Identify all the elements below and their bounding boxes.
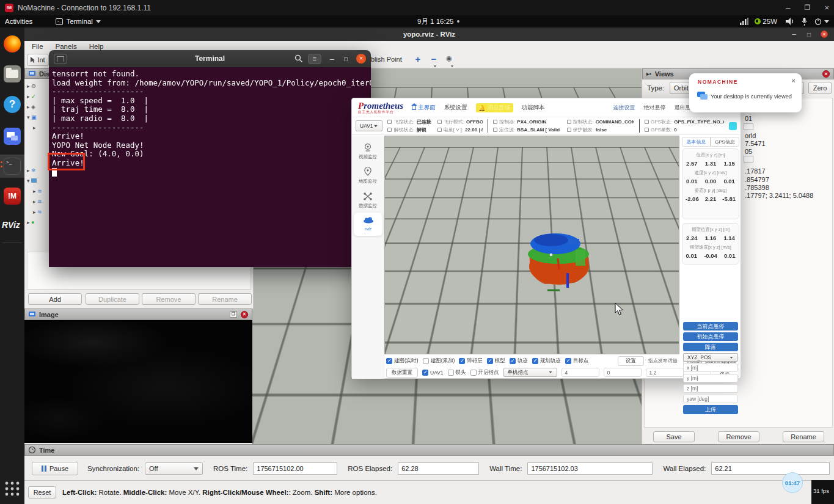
terminal-maximize-button[interactable]: □ bbox=[344, 56, 348, 62]
layer-toggle[interactable]: 规划轨迹 bbox=[532, 357, 561, 365]
volume-icon[interactable] bbox=[786, 18, 794, 25]
tab-basic-info[interactable]: 基本信息 bbox=[682, 137, 711, 147]
clock-badge[interactable]: 01:47 bbox=[782, 472, 803, 493]
window-maximize-button[interactable]: ❐ bbox=[805, 4, 811, 12]
ros-elapsed-value[interactable]: 62.28 bbox=[398, 462, 479, 475]
views-zero-button[interactable]: Zero bbox=[808, 82, 832, 94]
terminal-titlebar[interactable]: Terminal ≡ – □ × bbox=[49, 50, 371, 67]
upload-button[interactable]: 上传 bbox=[683, 405, 738, 414]
rviz-dock-icon[interactable]: RViz bbox=[2, 220, 20, 230]
nav-system-settings[interactable]: 系统设置 bbox=[444, 104, 467, 112]
popup-close-button[interactable]: × bbox=[792, 77, 796, 84]
firefox-icon[interactable] bbox=[4, 35, 21, 53]
x-input-field[interactable] bbox=[687, 365, 734, 371]
pause-button[interactable]: Pause bbox=[32, 462, 78, 475]
views-remove-button[interactable]: Remove bbox=[718, 431, 759, 442]
sync-dropdown[interactable]: Off bbox=[145, 462, 203, 475]
window-minimize-button[interactable]: – bbox=[786, 3, 790, 12]
clock-label[interactable]: 9月 1 16:25 bbox=[417, 17, 453, 26]
sidebar-item-map[interactable]: 地图监控 bbox=[352, 167, 384, 184]
views-fragment-inputbox[interactable] bbox=[744, 123, 753, 130]
goal-x-input[interactable]: 4 bbox=[561, 368, 599, 377]
displays-add-button[interactable]: Add bbox=[28, 293, 82, 305]
zoom-out-tool[interactable]: − bbox=[428, 54, 439, 65]
displays-remove-button[interactable]: Remove bbox=[142, 293, 196, 305]
new-tab-button[interactable] bbox=[54, 54, 67, 64]
publish-point-tool-fragment[interactable]: blish Point bbox=[371, 56, 402, 63]
yaw-input-field[interactable] bbox=[687, 396, 734, 402]
menu-help[interactable]: Help bbox=[89, 43, 104, 50]
menu-file[interactable]: File bbox=[32, 43, 43, 50]
z-input-field[interactable] bbox=[687, 385, 734, 392]
terminal-body[interactable]: tensorrt not found. load weight from: /h… bbox=[49, 67, 371, 267]
z-input[interactable] bbox=[683, 384, 738, 393]
gpu-power-indicator[interactable]: 25W bbox=[755, 18, 777, 25]
yaw-input[interactable] bbox=[683, 395, 738, 403]
terminal-icon[interactable]: >_ bbox=[4, 158, 21, 175]
activities-button[interactable]: Activities bbox=[5, 18, 32, 25]
nav-connect-settings[interactable]: 连接设置 bbox=[613, 104, 635, 112]
wall-time-value[interactable]: 1756715102.03 bbox=[527, 462, 653, 475]
zoom-in-tool[interactable]: + bbox=[412, 54, 423, 65]
layer-toggle[interactable]: 目标点 bbox=[565, 357, 589, 365]
lock-head-toggle[interactable]: 锁头 bbox=[448, 369, 466, 376]
terminal-minimize-button[interactable]: – bbox=[330, 54, 334, 64]
displays-rename-button[interactable]: Rename bbox=[198, 293, 252, 305]
nav-absolute-hover[interactable]: 绝对悬停 bbox=[644, 104, 666, 112]
layer-toggle[interactable]: 建图(实时) bbox=[386, 357, 419, 365]
rviz-minimize-button[interactable]: – bbox=[792, 30, 796, 38]
layer-toggle[interactable]: 建图(累加) bbox=[423, 357, 455, 365]
menu-panels[interactable]: Panels bbox=[56, 43, 77, 50]
data-reset-button[interactable]: 数据重置 bbox=[386, 368, 418, 378]
tab-gps-info[interactable]: GPS信息 bbox=[711, 137, 739, 147]
goal-y-input[interactable]: 0 bbox=[604, 368, 642, 377]
y-input[interactable] bbox=[683, 374, 738, 382]
reset-button[interactable]: Reset bbox=[28, 486, 56, 499]
uav1-toggle[interactable]: UAV1 bbox=[422, 370, 444, 376]
rviz-titlebar[interactable]: yopo.rviz - RViz – □ × bbox=[24, 27, 834, 41]
nav-scripts[interactable]: 功能脚本 bbox=[522, 104, 545, 112]
nomachine-dock-icon[interactable]: !M bbox=[4, 188, 21, 205]
menu-button[interactable]: ≡ bbox=[308, 54, 321, 64]
app-menu[interactable]: >_ Terminal bbox=[56, 18, 100, 25]
show-applications-icon[interactable] bbox=[4, 481, 20, 497]
nav-main[interactable]: 主界面 bbox=[412, 104, 436, 112]
wall-elapsed-value[interactable]: 62.21 bbox=[711, 462, 830, 475]
ros-time-value[interactable]: 1756715102.00 bbox=[253, 462, 337, 475]
files-icon[interactable] bbox=[4, 65, 21, 82]
interact-tool-fragment[interactable]: Int bbox=[27, 54, 49, 66]
rviz-maximize-button[interactable]: □ bbox=[807, 31, 811, 38]
sidebar-item-video[interactable]: 视频监控 bbox=[352, 143, 384, 160]
network-icon[interactable] bbox=[740, 18, 748, 25]
views-rename-button[interactable]: Rename bbox=[783, 431, 824, 442]
hover-initial-button[interactable]: 初始点悬停 bbox=[683, 332, 738, 341]
remote-app-icon[interactable] bbox=[4, 128, 21, 145]
layer-toggle[interactable]: 模型 bbox=[487, 357, 505, 365]
settings-button[interactable]: 设置 bbox=[618, 356, 644, 366]
goal-z-input[interactable]: 1.2 bbox=[646, 368, 684, 377]
help-icon[interactable]: ? bbox=[4, 96, 21, 113]
window-close-button[interactable]: × bbox=[824, 3, 829, 12]
y-input-field[interactable] bbox=[687, 375, 734, 381]
prometheus-3d-view[interactable] bbox=[384, 136, 679, 354]
microphone-icon[interactable] bbox=[802, 18, 807, 26]
control-mode-dropdown[interactable]: XYZ_POS bbox=[683, 353, 738, 362]
displays-duplicate-button[interactable]: Duplicate bbox=[86, 293, 139, 305]
image-panel-float-button[interactable]: ❐ bbox=[230, 311, 237, 318]
views-panel-close-button[interactable]: × bbox=[822, 70, 830, 78]
terminal-close-button[interactable]: × bbox=[356, 54, 366, 64]
views-save-button[interactable]: Save bbox=[653, 431, 695, 442]
views-fragment-inputbox[interactable] bbox=[744, 156, 753, 163]
enable-point-toggle[interactable]: 开启指点 bbox=[470, 369, 499, 376]
hover-current-button[interactable]: 当前点悬停 bbox=[683, 322, 738, 331]
layer-toggle[interactable]: 轨迹 bbox=[510, 357, 528, 365]
sidebar-item-data[interactable]: 数据监控 bbox=[352, 192, 384, 209]
uav-select[interactable]: UAV1 bbox=[356, 120, 382, 131]
record-tool[interactable]: ◉ bbox=[444, 54, 454, 64]
search-icon[interactable] bbox=[294, 54, 303, 63]
land-button[interactable]: 降落 bbox=[683, 343, 738, 351]
point-mode-dropdown[interactable]: 单机指点 bbox=[503, 368, 557, 377]
image-panel-close-button[interactable]: × bbox=[241, 311, 248, 318]
sidebar-item-rviz[interactable]: rviz bbox=[354, 213, 382, 236]
nav-alerts[interactable]: 🔔消息反馈 bbox=[476, 103, 513, 112]
